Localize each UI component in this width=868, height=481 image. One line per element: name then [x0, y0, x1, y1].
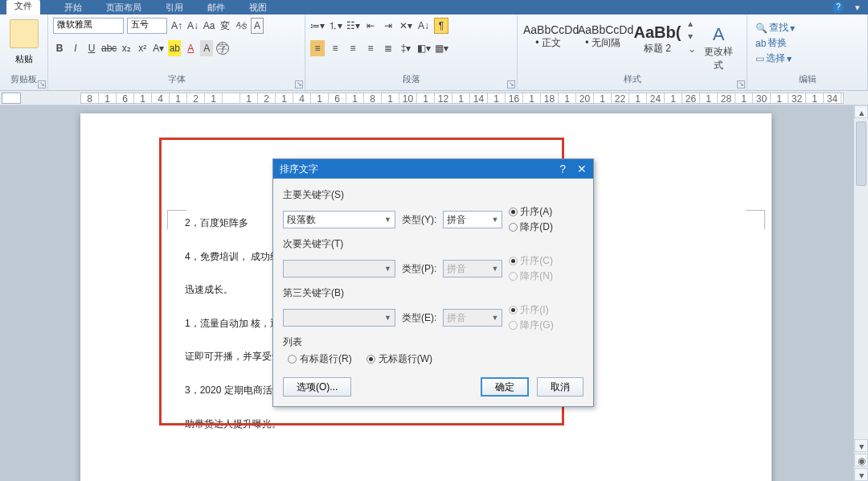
ribbon-min-icon[interactable]: ▾ — [855, 2, 860, 13]
secondary-desc-radio: 降序(N) — [509, 269, 553, 283]
tab-ref[interactable]: 引用 — [166, 2, 183, 14]
tertiary-type-select[interactable]: 拼音▼ — [443, 309, 502, 327]
bold-button[interactable]: B — [53, 40, 66, 56]
line-spacing-icon[interactable]: ‡▾ — [399, 40, 413, 56]
font-color-icon[interactable]: A — [184, 40, 197, 56]
group-styles: AaBbCcDd • 正文 AaBbCcDd • 无间隔 AaBb( 标题 2 … — [518, 14, 747, 90]
char-shading-icon[interactable]: A — [200, 40, 213, 56]
margin-mark-tr — [746, 210, 765, 229]
tab-mail[interactable]: 邮件 — [207, 2, 225, 14]
find-button[interactable]: 🔍查找▾ — [755, 21, 859, 35]
superscript-button[interactable]: x² — [136, 40, 149, 56]
change-case-icon[interactable]: Aa — [203, 18, 215, 34]
group-paragraph: ≔▾ ⒈▾ ☷▾ ⇤ ⇥ ✕▾ A↓ ¶ ≡ ≡ ≡ ≡ ≣ ‡▾ ◧▾ ▦▾ … — [305, 14, 518, 90]
borders-icon[interactable]: ▦▾ — [434, 40, 448, 56]
tab-selector-icon[interactable] — [2, 92, 21, 104]
font-family-select[interactable]: 微软雅黑 — [53, 18, 124, 34]
align-left-icon[interactable]: ≡ — [310, 40, 325, 56]
next-page-icon[interactable]: ▾ — [854, 468, 868, 481]
styles-up-icon[interactable]: ▴ — [688, 18, 696, 29]
show-marks-icon[interactable]: ¶ — [434, 18, 448, 34]
secondary-key-section: 次要关键字(T) ▼ 类型(P): 拼音▼ 升序(C) 降序(N) — [283, 237, 583, 283]
font-launcher-icon[interactable]: ↘ — [295, 80, 303, 88]
text-effects-icon[interactable]: A▾ — [152, 40, 165, 56]
align-justify-icon[interactable]: ≡ — [363, 40, 378, 56]
dialog-titlebar[interactable]: 排序文字 ? ✕ — [273, 159, 593, 179]
underline-button[interactable]: U — [85, 40, 98, 56]
tertiary-asc-radio: 升序(I) — [509, 303, 553, 317]
cancel-button[interactable]: 取消 — [537, 377, 583, 397]
shading-icon[interactable]: ◧▾ — [416, 40, 431, 56]
primary-type-select[interactable]: 拼音▼ — [443, 211, 502, 228]
group-editing: 🔍查找▾ ab替换 ▭选择▾ 编辑 — [747, 14, 868, 90]
align-right-icon[interactable]: ≡ — [346, 40, 360, 56]
align-dist-icon[interactable]: ≣ — [381, 40, 395, 56]
style-normal[interactable]: AaBbCcDd • 正文 — [522, 18, 574, 58]
dialog-close-icon[interactable]: ✕ — [577, 162, 587, 175]
subscript-button[interactable]: x₂ — [120, 40, 133, 56]
header-row-radio[interactable]: 有标题行(R) — [288, 352, 352, 366]
tertiary-desc-radio: 降序(G) — [509, 319, 553, 332]
paragraph-launcher-icon[interactable]: ↘ — [507, 80, 515, 88]
grow-font-icon[interactable]: A↑ — [170, 18, 183, 34]
shrink-font-icon[interactable]: A↓ — [186, 18, 199, 34]
vertical-scrollbar[interactable]: ▴ ▾ ◉ ▾ — [854, 105, 868, 481]
group-font: 微软雅黑 五号 A↑ A↓ Aa 変 ⅍ A B I U abc x₂ x² A… — [48, 14, 305, 90]
enclose-char-icon[interactable]: 字 — [216, 42, 229, 55]
secondary-key-select[interactable]: ▼ — [283, 260, 395, 278]
clipboard-launcher-icon[interactable]: ↘ — [38, 80, 46, 88]
tab-view[interactable]: 视图 — [249, 2, 267, 14]
tertiary-key-section: 第三关键字(B) ▼ 类型(E): 拼音▼ 升序(I) 降序(G) — [283, 286, 583, 332]
scroll-up-icon[interactable]: ▴ — [854, 105, 868, 118]
list-label: 列表 — [283, 336, 302, 347]
horizontal-ruler[interactable]: 8161412112141618110112114116118120122124… — [80, 92, 844, 104]
styles-more-icon[interactable]: ⌄ — [688, 43, 696, 55]
dialog-help-icon[interactable]: ? — [559, 162, 566, 175]
tab-file[interactable]: 文件 — [6, 0, 40, 14]
sort-icon[interactable]: A↓ — [416, 18, 431, 34]
primary-key-select[interactable]: 段落数▼ — [283, 211, 395, 228]
paste-icon[interactable] — [10, 19, 39, 48]
scroll-down-icon[interactable]: ▾ — [854, 439, 868, 452]
replace-button[interactable]: ab替换 — [755, 36, 859, 50]
font-size-select[interactable]: 五号 — [127, 18, 167, 34]
styles-down-icon[interactable]: ▾ — [688, 31, 696, 42]
primary-asc-radio[interactable]: 升序(A) — [509, 205, 553, 219]
numbering-icon[interactable]: ⒈▾ — [328, 18, 342, 34]
italic-button[interactable]: I — [69, 40, 82, 56]
options-button[interactable]: 选项(O)... — [283, 377, 351, 397]
change-styles-button[interactable]: A 更改样式 — [701, 18, 736, 72]
style-heading2[interactable]: AaBb( 标题 2 — [632, 18, 683, 58]
tertiary-key-select[interactable]: ▼ — [283, 309, 395, 327]
secondary-type-label: 类型(P): — [402, 262, 436, 276]
bullets-icon[interactable]: ≔▾ — [310, 18, 325, 34]
select-button[interactable]: ▭选择▾ — [755, 51, 859, 65]
secondary-key-label: 次要关键字(T) — [283, 237, 583, 251]
highlight-icon[interactable]: ab — [168, 40, 181, 56]
tab-start[interactable]: 开始 — [64, 2, 82, 14]
tertiary-key-label: 第三关键字(B) — [283, 286, 583, 300]
secondary-type-select[interactable]: 拼音▼ — [443, 260, 502, 278]
multilevel-icon[interactable]: ☷▾ — [346, 18, 360, 34]
scroll-thumb[interactable] — [856, 121, 866, 186]
no-header-row-radio[interactable]: 无标题行(W) — [366, 352, 432, 366]
paste-button[interactable]: 粘贴 — [15, 53, 33, 65]
ok-button[interactable]: 确定 — [481, 377, 529, 397]
asian-layout-icon[interactable]: ✕▾ — [399, 18, 413, 34]
primary-desc-radio[interactable]: 降序(D) — [509, 220, 553, 234]
styles-launcher-icon[interactable]: ↘ — [737, 80, 745, 88]
indent-dec-icon[interactable]: ⇤ — [363, 18, 378, 34]
primary-key-section: 主要关键字(S) 段落数▼ 类型(Y): 拼音▼ 升序(A) 降序(D) — [283, 188, 583, 234]
strike-button[interactable]: abc — [101, 40, 117, 56]
style-nospacing[interactable]: AaBbCcDd • 无间隔 — [577, 18, 628, 58]
clear-format-icon[interactable]: ⅍ — [235, 18, 248, 34]
phonetic-icon[interactable]: 変 — [219, 18, 231, 34]
indent-inc-icon[interactable]: ⇥ — [381, 18, 395, 34]
tab-layout[interactable]: 页面布局 — [106, 2, 141, 14]
help-icon[interactable]: ? — [833, 2, 844, 13]
primary-type-label: 类型(Y): — [402, 213, 436, 227]
align-center-icon[interactable]: ≡ — [328, 40, 342, 56]
secondary-asc-radio: 升序(C) — [509, 254, 553, 268]
prev-page-icon[interactable]: ◉ — [854, 454, 868, 467]
char-border-icon[interactable]: A — [251, 18, 264, 34]
